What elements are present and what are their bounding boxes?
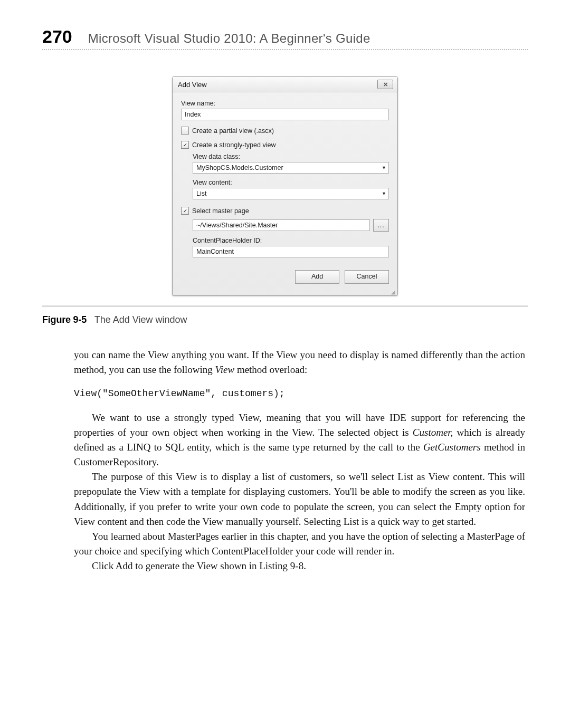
view-name-label: View name:	[181, 100, 389, 107]
figure-divider	[42, 305, 528, 307]
para-4: You learned about MasterPages earlier in…	[74, 529, 525, 559]
view-content-value: List	[196, 190, 206, 197]
close-button[interactable]: ✕	[377, 80, 393, 89]
para-3: The purpose of this View is to display a…	[74, 470, 525, 529]
select-master-label: Select master page	[192, 207, 249, 215]
strongly-typed-checkbox[interactable]: ✓	[181, 141, 189, 149]
view-data-class-value: MyShopCS.Models.Customer	[196, 164, 283, 171]
body-text: you can name the View anything you want.…	[74, 348, 525, 573]
dialog-titlebar: Add View ✕	[173, 77, 397, 92]
partial-view-checkbox[interactable]	[181, 127, 189, 135]
figure-caption: Figure 9-5 The Add View window	[42, 314, 528, 325]
strongly-typed-label: Create a strongly-typed view	[192, 141, 276, 149]
para-5: Click Add to generate the View shown in …	[74, 559, 525, 573]
page-header: 270 Microsoft Visual Studio 2010: A Begi…	[42, 26, 528, 50]
add-button[interactable]: Add	[295, 270, 339, 284]
chevron-down-icon: ▼	[382, 191, 386, 196]
para-1: you can name the View anything you want.…	[74, 348, 525, 377]
view-name-input[interactable]	[181, 109, 389, 120]
select-master-checkbox[interactable]: ✓	[181, 207, 189, 215]
cph-label: ContentPlaceHolder ID:	[193, 237, 389, 244]
chevron-down-icon: ▼	[382, 165, 386, 170]
code-line: View("SomeOtherViewName", customers);	[74, 387, 525, 401]
cph-input[interactable]	[193, 246, 389, 257]
figure-caption-text: The Add View window	[94, 314, 187, 325]
para-2: We want to use a strongly typed View, me…	[74, 410, 525, 470]
view-content-combo[interactable]: List ▼	[193, 188, 389, 199]
master-page-input[interactable]	[193, 219, 370, 231]
view-data-class-label: View data class:	[193, 153, 389, 160]
view-content-label: View content:	[193, 179, 389, 186]
view-data-class-combo[interactable]: MyShopCS.Models.Customer ▼	[193, 162, 389, 174]
resize-grip-icon[interactable]: ◢	[173, 290, 397, 295]
add-view-dialog: Add View ✕ View name: Create a partial v…	[172, 76, 398, 296]
page-number: 270	[42, 26, 72, 47]
running-title: Microsoft Visual Studio 2010: A Beginner…	[88, 31, 370, 46]
partial-view-label: Create a partial view (.ascx)	[192, 127, 274, 135]
dialog-title: Add View	[178, 81, 207, 89]
browse-button[interactable]: ...	[373, 219, 389, 232]
figure-label: Figure 9-5	[42, 314, 87, 325]
cancel-button[interactable]: Cancel	[345, 270, 389, 284]
